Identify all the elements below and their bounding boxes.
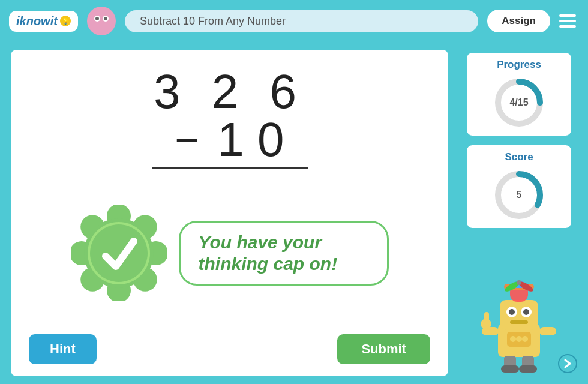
success-message: You have your thinking cap on! <box>199 232 369 275</box>
progress-donut: 4/15 <box>492 76 546 130</box>
progress-box: Progress 4/15 <box>465 51 573 137</box>
svg-point-24 <box>509 309 515 315</box>
svg-point-25 <box>523 309 529 315</box>
nav-arrow[interactable] <box>558 354 577 373</box>
math-problem: 3 2 6 − 1 0 <box>152 68 308 172</box>
logo[interactable]: iknowit 💡 <box>9 11 78 32</box>
svg-rect-26 <box>510 320 528 324</box>
submit-button[interactable]: Submit <box>337 334 430 364</box>
svg-rect-36 <box>484 312 489 327</box>
divider-line <box>152 167 308 169</box>
header-right: Assign <box>487 10 579 32</box>
assign-button[interactable]: Assign <box>487 10 550 32</box>
robot-area <box>477 236 561 378</box>
logo-icon: 💡 <box>60 16 71 26</box>
robot-character <box>477 279 561 375</box>
lesson-title: Subtract 10 From Any Number <box>140 15 286 27</box>
score-label: Score <box>505 151 533 163</box>
menu-line-2 <box>559 20 576 22</box>
lesson-title-bar: Subtract 10 From Any Number <box>125 10 478 32</box>
main-area: 3 2 6 − 1 0 <box>0 42 588 384</box>
menu-button[interactable] <box>556 11 579 31</box>
success-badge <box>71 205 167 301</box>
subtraction-row: − 1 0 <box>175 116 284 164</box>
menu-line-1 <box>559 14 576 17</box>
svg-point-42 <box>510 336 516 342</box>
score-donut: 5 <box>492 168 546 222</box>
svg-point-0 <box>89 8 114 34</box>
bottom-number: 1 0 <box>217 116 284 164</box>
svg-point-43 <box>516 336 522 342</box>
lesson-icon <box>87 7 116 35</box>
content-panel: 3 2 6 − 1 0 <box>9 48 450 378</box>
header: iknowit 💡 Subtract 10 From Any Number As… <box>0 0 588 42</box>
svg-point-4 <box>104 17 107 20</box>
arrow-right-icon <box>562 358 573 369</box>
success-message-box: You have your thinking cap on! <box>179 221 389 286</box>
logo-text: iknowit <box>16 14 58 28</box>
svg-point-15 <box>90 224 148 282</box>
svg-rect-39 <box>501 365 519 373</box>
svg-rect-40 <box>519 365 537 373</box>
badge-flower-svg <box>71 205 167 301</box>
right-panel: Progress 4/15 Score 5 <box>459 48 579 378</box>
svg-rect-21 <box>500 300 538 330</box>
bottom-buttons: Hint Submit <box>23 334 436 364</box>
svg-rect-34 <box>539 327 556 335</box>
top-number: 3 2 6 <box>154 68 305 116</box>
svg-point-44 <box>522 336 528 342</box>
hint-button[interactable]: Hint <box>29 334 97 364</box>
minus-sign: − <box>175 119 199 161</box>
svg-point-3 <box>95 17 99 20</box>
menu-line-3 <box>559 25 576 28</box>
progress-label: Progress <box>497 59 541 71</box>
score-value: 5 <box>517 190 522 200</box>
progress-value: 4/15 <box>509 97 528 108</box>
svg-point-32 <box>517 280 521 285</box>
success-area: You have your thinking cap on! <box>71 205 389 301</box>
score-box: Score 5 <box>465 143 573 230</box>
